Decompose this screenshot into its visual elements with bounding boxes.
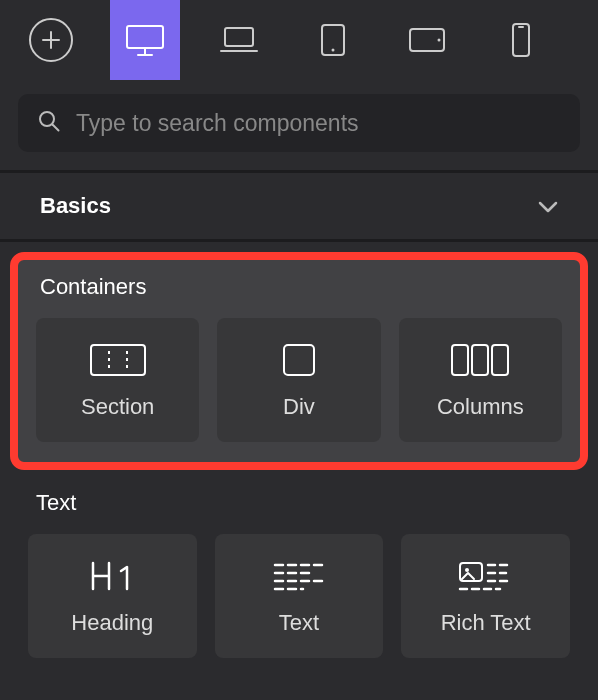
cards-text: Heading Text Rich Text bbox=[28, 534, 570, 658]
svg-rect-12 bbox=[472, 345, 488, 375]
tablet-landscape-icon bbox=[408, 27, 446, 53]
plus-icon bbox=[29, 18, 73, 62]
search-icon bbox=[36, 108, 62, 138]
svg-rect-9 bbox=[91, 345, 145, 375]
svg-point-5 bbox=[438, 39, 441, 42]
search-area bbox=[0, 80, 598, 170]
section-title: Basics bbox=[40, 193, 111, 219]
device-tablet-landscape-button[interactable] bbox=[392, 0, 462, 80]
svg-point-3 bbox=[332, 49, 335, 52]
device-phone-button[interactable] bbox=[486, 0, 556, 80]
card-label: Text bbox=[279, 610, 319, 636]
device-tablet-portrait-button[interactable] bbox=[298, 0, 368, 80]
svg-rect-11 bbox=[452, 345, 468, 375]
svg-rect-7 bbox=[518, 26, 524, 28]
card-label: Rich Text bbox=[441, 610, 531, 636]
chevron-down-icon bbox=[538, 193, 558, 219]
svg-rect-1 bbox=[225, 28, 253, 46]
section-header-basics[interactable]: Basics bbox=[0, 173, 598, 239]
card-text[interactable]: Text bbox=[215, 534, 384, 658]
tablet-portrait-icon bbox=[320, 23, 346, 57]
section-icon bbox=[89, 340, 147, 380]
device-laptop-button[interactable] bbox=[204, 0, 274, 80]
card-columns[interactable]: Columns bbox=[399, 318, 562, 442]
laptop-icon bbox=[219, 25, 259, 55]
card-label: Heading bbox=[71, 610, 153, 636]
text-icon bbox=[273, 556, 325, 596]
card-label: Div bbox=[283, 394, 315, 420]
group-title-text: Text bbox=[28, 484, 570, 534]
desktop-icon bbox=[124, 22, 166, 58]
cards-containers: Section Div Columns bbox=[36, 318, 562, 442]
svg-rect-10 bbox=[284, 345, 314, 375]
svg-rect-0 bbox=[127, 26, 163, 48]
divider bbox=[0, 239, 598, 242]
search-box[interactable] bbox=[18, 94, 580, 152]
card-div[interactable]: Div bbox=[217, 318, 380, 442]
card-heading[interactable]: Heading bbox=[28, 534, 197, 658]
group-containers: Containers Section Div Columns bbox=[10, 252, 588, 470]
div-icon bbox=[282, 340, 316, 380]
group-text: Text Heading Text bbox=[0, 474, 598, 682]
device-toolbar bbox=[0, 0, 598, 80]
add-button[interactable] bbox=[16, 0, 86, 80]
richtext-icon bbox=[458, 556, 514, 596]
card-label: Columns bbox=[437, 394, 524, 420]
device-desktop-button[interactable] bbox=[110, 0, 180, 80]
search-input[interactable] bbox=[76, 110, 562, 137]
card-section[interactable]: Section bbox=[36, 318, 199, 442]
group-title-containers: Containers bbox=[36, 272, 562, 318]
svg-rect-6 bbox=[513, 24, 529, 56]
heading-icon bbox=[87, 556, 137, 596]
card-richtext[interactable]: Rich Text bbox=[401, 534, 570, 658]
svg-rect-13 bbox=[492, 345, 508, 375]
phone-icon bbox=[511, 22, 531, 58]
columns-icon bbox=[450, 340, 510, 380]
svg-point-15 bbox=[465, 568, 469, 572]
card-label: Section bbox=[81, 394, 154, 420]
